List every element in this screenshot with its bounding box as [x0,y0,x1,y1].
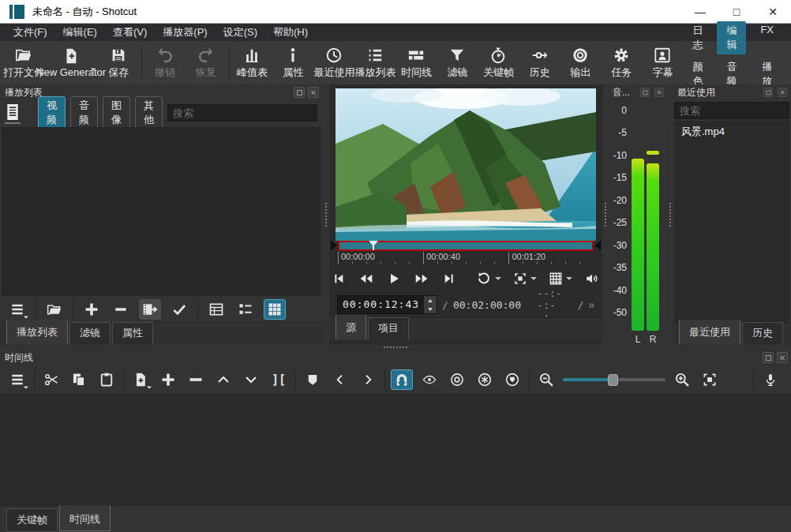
menu-settings[interactable]: 设定(S) [216,24,264,41]
recent-search-input[interactable] [674,102,789,119]
fast-forward-button[interactable] [410,271,433,287]
lift-button[interactable] [212,369,234,390]
playlist-doc-icon[interactable] [5,102,21,124]
tab-keyframes[interactable]: 关键帧 [6,508,58,532]
tab-history[interactable]: 历史 [742,322,783,345]
volume-button[interactable] [582,270,602,287]
next-marker-button[interactable] [357,369,379,390]
timeline-zoom-slider[interactable] [563,373,665,386]
tab-image[interactable]: 图像 [103,96,130,129]
tab-recent[interactable]: 最近使用 [679,320,740,344]
current-time-spinbox[interactable]: 00:00:12:43 [337,295,437,314]
trim-in-handle[interactable] [331,241,337,250]
split-button[interactable]: ][ [268,369,290,390]
float-panel-button[interactable] [763,352,774,363]
overwrite-button[interactable] [240,369,262,390]
overflow-chevron-icon[interactable]: » [588,298,594,311]
close-panel-button[interactable]: ✕ [777,352,788,363]
time-ruler[interactable]: 00:00:00 00:00:40 00:01:20 [338,251,594,264]
playlist-open-button[interactable] [43,299,66,320]
playlist-add-button[interactable] [81,299,103,320]
scrub-while-dragging-button[interactable] [418,369,440,390]
menu-file[interactable]: 文件(F) [6,24,54,41]
zoom-in-button[interactable] [671,369,693,390]
menu-edit[interactable]: 编辑(E) [56,24,104,41]
splitter-player-meter[interactable] [602,84,608,345]
tab-filters[interactable]: 滤镜 [69,322,111,345]
layout-logging[interactable]: 日志 [683,21,712,54]
record-audio-button[interactable] [759,369,782,390]
cut-button[interactable] [40,369,62,390]
close-panel-button[interactable]: ✕ [654,88,664,97]
save-button[interactable]: 保存 [98,43,139,84]
float-panel-button[interactable] [294,87,305,98]
tab-project[interactable]: 项目 [368,317,409,340]
float-panel-button[interactable] [763,88,773,97]
tab-video[interactable]: 视频 [38,96,66,129]
view-icons-button[interactable] [264,299,286,320]
peak-meter-button[interactable]: 峰值表 [231,43,272,84]
new-generator-button[interactable]: New Generator [44,43,98,84]
playlist-search-input[interactable] [167,104,317,122]
ripple-delete-append-button[interactable] [157,369,179,390]
close-panel-button[interactable]: ✕ [308,87,319,98]
timeline-button[interactable]: 时间线 [396,43,437,84]
close-button[interactable]: ✕ [755,0,791,23]
timeline-tracks-area[interactable] [0,394,791,505]
properties-button[interactable]: 属性 [272,43,313,84]
tab-source[interactable]: 源 [336,315,366,339]
export-button[interactable]: 输出 [560,43,601,84]
playhead[interactable] [373,241,374,250]
trim-out-handle[interactable] [594,241,601,250]
copy-button[interactable] [68,369,90,390]
playlist-menu-button[interactable] [6,299,28,320]
menu-view[interactable]: 查看(V) [106,24,154,41]
tab-other[interactable]: 其他 [135,96,163,129]
grid-button[interactable] [546,270,575,287]
view-details-button[interactable] [205,299,227,320]
skip-end-button[interactable] [440,271,459,287]
paste-button[interactable] [96,369,118,390]
layout-fx[interactable]: FX [751,21,783,54]
view-tiles-button[interactable] [234,299,257,320]
playlist-content[interactable] [2,127,321,296]
skip-start-button[interactable] [329,271,348,287]
zoom-fit-button[interactable] [511,270,539,287]
tab-properties[interactable]: 属性 [112,322,153,345]
minimize-button[interactable]: — [682,0,718,23]
play-button[interactable] [384,271,403,287]
close-panel-button[interactable]: ✕ [778,88,787,97]
scrub-bar[interactable] [331,241,601,251]
menu-help[interactable]: 帮助(H) [266,24,315,41]
ripple-delete-button[interactable] [185,369,207,390]
append-button[interactable] [129,369,152,390]
tab-audio[interactable]: 音频 [70,96,98,129]
playlist-update-button[interactable] [139,299,161,320]
filters-button[interactable]: 滤镜 [437,43,478,84]
playlist-remove-button[interactable] [110,299,132,320]
marker-button[interactable] [302,369,324,390]
prev-marker-button[interactable] [329,369,351,390]
spin-arrows[interactable] [424,296,437,313]
keyframes-button[interactable]: 关键帧 [478,43,519,84]
list-item[interactable]: 风景.mp4 [675,122,789,142]
recent-button[interactable]: 最近使用 [313,43,354,84]
slider-handle[interactable] [608,374,618,386]
ripple-markers-button[interactable] [501,369,523,390]
rewind-button[interactable] [355,271,377,287]
ripple-button[interactable] [446,369,468,390]
maximize-button[interactable]: □ [718,0,755,23]
video-preview[interactable] [329,84,602,241]
playlist-check-button[interactable] [168,299,190,320]
splitter-left[interactable] [322,84,329,345]
selection-range[interactable] [338,241,594,251]
spin-up-icon[interactable] [424,296,437,305]
zoom-fit-timeline-button[interactable] [699,369,721,390]
playlist-button[interactable]: 播放列表 [354,43,396,84]
jobs-button[interactable]: 任务 [601,43,642,84]
menu-player[interactable]: 播放器(P) [156,24,214,41]
timeline-menu-button[interactable] [6,369,28,390]
snap-button[interactable] [391,369,413,390]
undo-button[interactable]: 撤销 [144,43,186,84]
ripple-all-tracks-button[interactable] [474,369,496,390]
